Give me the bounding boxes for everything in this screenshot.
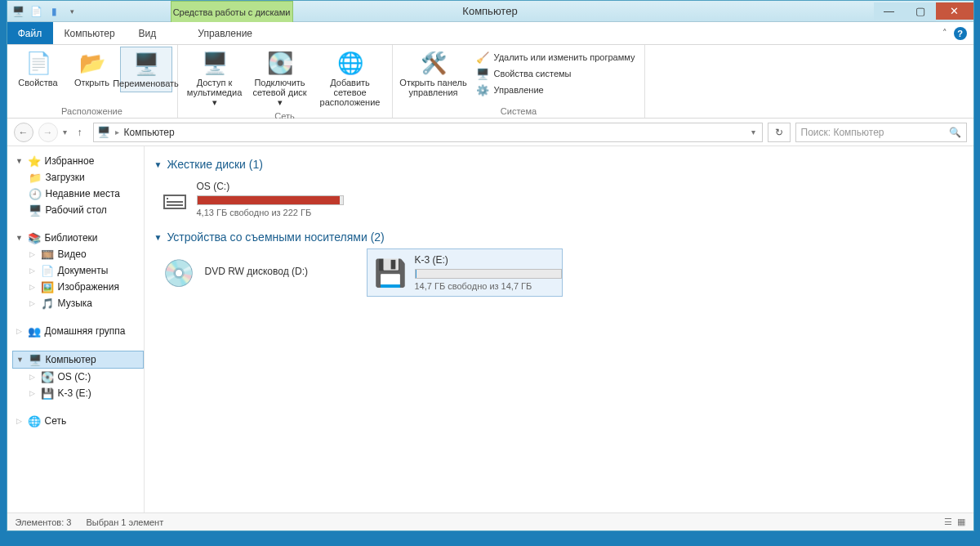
expander-icon[interactable]: ▼ bbox=[16, 157, 24, 165]
group-removable[interactable]: ▼ Устройства со съемными носителями (2) bbox=[154, 230, 964, 244]
open-button[interactable]: 📂 Открыть bbox=[66, 47, 118, 91]
expander-icon[interactable]: ▷ bbox=[29, 389, 37, 397]
qat-dropdown-icon[interactable]: ▾ bbox=[66, 5, 79, 18]
search-input[interactable]: Поиск: Компьютер 🔍 bbox=[795, 123, 967, 142]
dvd-drive-icon: 💿 bbox=[161, 255, 197, 291]
properties-icon: 📄 bbox=[25, 50, 51, 76]
tree-computer[interactable]: ▼ 🖥️ Компьютер bbox=[12, 351, 144, 369]
refresh-button[interactable]: ↻ bbox=[768, 123, 791, 142]
drive-os-c-status: 4,13 ГБ свободно из 222 ГБ bbox=[197, 208, 344, 217]
pictures-icon: 🖼️ bbox=[41, 280, 54, 293]
tab-computer[interactable]: Компьютер bbox=[53, 22, 127, 44]
navigation-row: ← → ▾ ↑ 🖥️ ▸ Компьютер ▾ ↻ Поиск: Компью… bbox=[7, 119, 973, 146]
close-button[interactable]: ✕ bbox=[936, 2, 973, 20]
add-network-location-label: Добавить сетевое расположение bbox=[315, 78, 385, 107]
tree-k3-e[interactable]: ▷ 💾 K-3 (E:) bbox=[12, 385, 144, 401]
homegroup-icon: 👥 bbox=[28, 324, 41, 338]
map-drive-button[interactable]: 💽 Подключить сетевой диск ▾ bbox=[248, 47, 312, 111]
system-properties-button[interactable]: 🖥️ Свойства системы bbox=[474, 66, 637, 81]
media-access-button[interactable]: 🖥️ Доступ к мультимедиа ▾ bbox=[183, 47, 247, 111]
uninstall-program-button[interactable]: 🧹 Удалить или изменить программу bbox=[474, 50, 637, 65]
tree-recent-label: Недавние места bbox=[46, 188, 120, 199]
drive-dvd[interactable]: 💿 DVD RW дисковод (D:) bbox=[154, 248, 350, 297]
expander-icon[interactable]: ▼ bbox=[16, 356, 24, 364]
drive-os-c[interactable]: 🖴 OS (C:) 4,13 ГБ свободно из 222 ГБ bbox=[154, 176, 350, 222]
expander-icon[interactable]: ▷ bbox=[29, 283, 37, 291]
tree-recent[interactable]: 🕘 Недавние места bbox=[12, 186, 144, 202]
computer-icon[interactable]: 🖥️ bbox=[12, 5, 25, 18]
manage-button[interactable]: ⚙️ Управление bbox=[474, 83, 637, 97]
tree-downloads[interactable]: 📁 Загрузки bbox=[12, 169, 144, 186]
open-control-panel-button[interactable]: 🛠️ Открыть панель управления bbox=[398, 47, 470, 101]
tree-documents[interactable]: ▷ 📄 Документы bbox=[12, 262, 144, 279]
manage-label: Управление bbox=[494, 85, 544, 95]
folder-icon: 📁 bbox=[29, 171, 42, 184]
window-title: Компьютер bbox=[7, 5, 973, 17]
folder-icon[interactable]: ▮ bbox=[48, 5, 61, 18]
minimize-button[interactable]: — bbox=[874, 2, 905, 20]
properties-label: Свойства bbox=[18, 78, 57, 87]
address-bar[interactable]: 🖥️ ▸ Компьютер ▾ bbox=[93, 123, 763, 142]
add-network-location-button[interactable]: 🌐 Добавить сетевое расположение bbox=[314, 47, 387, 110]
computer-icon: 🖥️ bbox=[29, 353, 42, 366]
up-button[interactable]: ↑ bbox=[72, 124, 88, 141]
expander-icon[interactable]: ▷ bbox=[29, 266, 37, 275]
expander-icon[interactable]: ▷ bbox=[29, 373, 37, 381]
tree-libraries[interactable]: ▼ 📚 Библиотеки bbox=[12, 230, 144, 246]
tree-documents-label: Документы bbox=[58, 265, 109, 276]
status-item-count: Элементов: 3 bbox=[16, 517, 72, 527]
ribbon: 📄 Свойства 📂 Открыть 🖥️ Переименовать Ра… bbox=[7, 45, 973, 119]
rename-button[interactable]: 🖥️ Переименовать bbox=[120, 47, 172, 92]
music-icon: 🎵 bbox=[41, 297, 54, 310]
forward-button[interactable]: → bbox=[38, 123, 58, 142]
tree-desktop[interactable]: 🖥️ Рабочий стол bbox=[12, 202, 144, 218]
address-dropdown-icon[interactable]: ▾ bbox=[751, 128, 755, 136]
tree-pictures[interactable]: ▷ 🖼️ Изображения bbox=[12, 279, 144, 295]
ribbon-tabs: Файл Компьютер Вид Управление ˄ ? bbox=[7, 22, 973, 45]
contextual-tab-drive-tools[interactable]: Средства работы с дисками bbox=[171, 1, 293, 22]
tree-music[interactable]: ▷ 🎵 Музыка bbox=[12, 295, 144, 311]
tree-pictures-label: Изображения bbox=[58, 281, 119, 293]
libraries-icon: 📚 bbox=[28, 231, 41, 244]
back-button[interactable]: ← bbox=[14, 123, 33, 142]
ribbon-group-system: 🛠️ Открыть панель управления 🧹 Удалить и… bbox=[393, 45, 646, 118]
map-drive-icon: 💽 bbox=[267, 50, 293, 76]
expander-icon[interactable]: ▷ bbox=[16, 327, 24, 335]
tab-view[interactable]: Вид bbox=[127, 22, 169, 44]
hard-drive-icon: 🖴 bbox=[161, 181, 189, 217]
tree-homegroup[interactable]: ▷ 👥 Домашняя группа bbox=[12, 323, 144, 339]
sd-card-icon: 💾 bbox=[41, 387, 54, 400]
tree-network[interactable]: ▷ 🌐 Сеть bbox=[12, 413, 144, 429]
collapse-ribbon-icon[interactable]: ˄ bbox=[942, 28, 947, 38]
tree-os-c-label: OS (C:) bbox=[58, 371, 91, 383]
properties-button[interactable]: 📄 Свойства bbox=[12, 47, 65, 91]
history-dropdown-icon[interactable]: ▾ bbox=[63, 128, 67, 136]
tree-computer-label: Компьютер bbox=[46, 354, 96, 365]
expander-icon[interactable]: ▼ bbox=[16, 234, 24, 242]
ribbon-group-system-label: Система bbox=[398, 106, 640, 118]
tree-os-c[interactable]: ▷ 💽 OS (C:) bbox=[12, 369, 144, 385]
search-placeholder: Поиск: Компьютер bbox=[801, 127, 884, 138]
ribbon-group-location: 📄 Свойства 📂 Открыть 🖥️ Переименовать Ра… bbox=[7, 45, 178, 118]
view-large-icons-icon[interactable]: ▦ bbox=[957, 517, 965, 527]
maximize-button[interactable]: ▢ bbox=[905, 2, 936, 20]
help-icon[interactable]: ? bbox=[954, 27, 967, 40]
tab-manage[interactable]: Управление bbox=[186, 22, 265, 44]
drive-k3-e[interactable]: 💾 K-3 (E:) 14,7 ГБ свободно из 14,7 ГБ bbox=[367, 248, 563, 297]
window-buttons: — ▢ ✕ bbox=[874, 2, 973, 20]
documents-icon: 📄 bbox=[41, 264, 54, 277]
tab-file[interactable]: Файл bbox=[7, 22, 53, 44]
breadcrumb-computer[interactable]: Компьютер bbox=[124, 127, 175, 138]
explorer-window: 🖥️ 📄 ▮ ▾ Средства работы с дисками Компь… bbox=[7, 0, 974, 531]
view-details-icon[interactable]: ☰ bbox=[944, 517, 952, 527]
titlebar: 🖥️ 📄 ▮ ▾ Средства работы с дисками Компь… bbox=[7, 1, 973, 22]
ribbon-group-network: 🖥️ Доступ к мультимедиа ▾ 💽 Подключить с… bbox=[178, 45, 393, 118]
expander-icon[interactable]: ▷ bbox=[29, 299, 37, 307]
new-folder-icon[interactable]: 📄 bbox=[30, 5, 43, 18]
group-hard-disks[interactable]: ▼ Жесткие диски (1) bbox=[154, 158, 964, 171]
drive-k3-e-name: K-3 (E:) bbox=[415, 254, 562, 266]
tree-video[interactable]: ▷ 🎞️ Видео bbox=[12, 246, 144, 262]
expander-icon[interactable]: ▷ bbox=[16, 417, 24, 425]
tree-favorites[interactable]: ▼ ⭐ Избранное bbox=[12, 153, 144, 169]
expander-icon[interactable]: ▷ bbox=[29, 250, 37, 258]
